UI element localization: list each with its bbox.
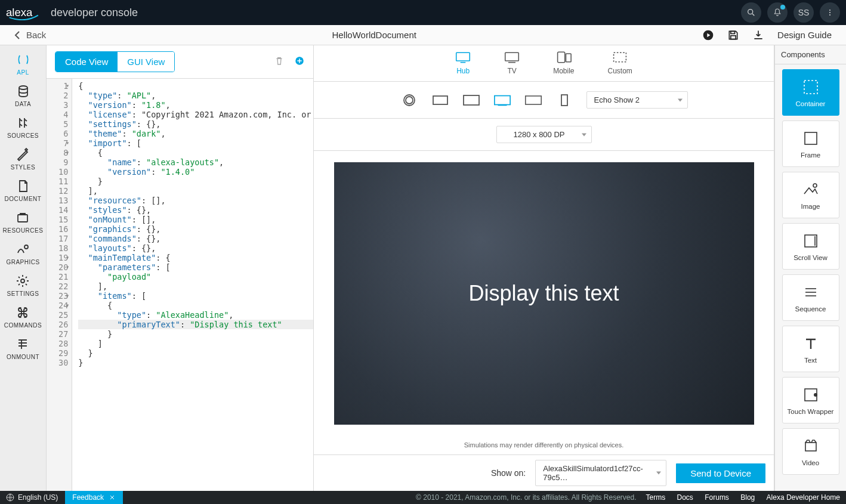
svg-point-11 <box>24 245 28 249</box>
svg-line-2 <box>752 14 754 16</box>
svg-rect-20 <box>614 52 626 62</box>
component-frame[interactable]: Frame <box>782 120 839 167</box>
svg-rect-30 <box>805 132 817 144</box>
footer-link-terms[interactable]: Terms <box>646 493 666 502</box>
svg-point-9 <box>19 86 27 89</box>
nav-apl[interactable]: APL <box>16 52 30 76</box>
send-to-device-button[interactable]: Send to Device <box>676 463 765 483</box>
svg-rect-14 <box>456 52 470 61</box>
svg-point-4 <box>829 12 830 13</box>
gui-view-tab[interactable]: GUI View <box>118 52 174 72</box>
footer-links: Terms Docs Forums Blog Alexa Developer H… <box>637 493 841 502</box>
code-view-tab[interactable]: Code View <box>55 52 118 72</box>
back-button[interactable]: Back <box>14 30 46 40</box>
brand-logo[interactable]: alexa developer console <box>6 5 138 20</box>
more-menu-icon[interactable] <box>820 2 840 23</box>
svg-rect-16 <box>505 52 519 61</box>
svg-rect-23 <box>433 96 447 104</box>
svg-rect-28 <box>561 95 567 106</box>
delete-icon[interactable] <box>274 55 285 68</box>
components-title: Components <box>775 45 846 64</box>
language-selector[interactable]: English (US) <box>6 493 58 502</box>
footer-link-forums[interactable]: Forums <box>705 493 729 502</box>
tab-hub[interactable]: Hub <box>455 51 471 75</box>
device-category-tabs: Hub TV Mobile Custom <box>314 45 774 82</box>
component-sequence[interactable]: Sequence <box>782 274 839 321</box>
nav-onmount[interactable]: ONMOUNT <box>7 337 39 360</box>
svg-rect-18 <box>557 52 564 62</box>
left-sidebar: APL DATA SOURCES STYLES DOCUMENT RESOURC… <box>0 45 47 491</box>
footer-link-docs[interactable]: Docs <box>677 493 693 502</box>
svg-rect-27 <box>525 95 541 104</box>
shape-round-icon[interactable] <box>400 94 418 106</box>
notifications-icon[interactable] <box>767 2 788 23</box>
show-on-label: Show on: <box>491 468 526 478</box>
nav-sources[interactable]: SOURCES <box>7 116 39 139</box>
component-touchwrapper[interactable]: Touch Wrapper <box>782 377 839 423</box>
component-scrollview[interactable]: Scroll View <box>782 223 839 270</box>
svg-text:alexa: alexa <box>6 6 33 18</box>
add-icon[interactable] <box>294 55 305 68</box>
alexa-header: alexa developer console SS <box>0 0 846 25</box>
shape-small-rect-icon[interactable] <box>431 94 449 106</box>
tab-mobile[interactable]: Mobile <box>553 51 574 75</box>
component-image[interactable]: Image <box>782 172 839 218</box>
nav-graphics[interactable]: GRAPHICS <box>6 242 39 265</box>
component-text[interactable]: Text <box>782 326 839 372</box>
component-video[interactable]: Video <box>782 428 839 475</box>
shape-wide-rect-icon[interactable] <box>493 94 511 106</box>
svg-rect-24 <box>464 95 479 105</box>
nav-resources[interactable]: RESOURCES <box>3 211 44 234</box>
device-shape-row: Echo Show 2 <box>314 82 774 119</box>
nav-styles[interactable]: STYLES <box>11 147 35 171</box>
copyright: © 2010 - 2021, Amazon.com, Inc. or its a… <box>416 493 636 502</box>
svg-rect-8 <box>731 35 736 39</box>
save-icon[interactable] <box>727 29 739 41</box>
svg-rect-39 <box>805 443 816 451</box>
device-model-select[interactable]: Echo Show 2 <box>586 91 688 109</box>
footer-bar: English (US) Feedback © 2010 - 2021, Ama… <box>0 491 846 504</box>
shape-tall-rect-icon[interactable] <box>555 94 573 106</box>
svg-rect-29 <box>804 81 817 94</box>
tab-custom[interactable]: Custom <box>608 51 632 75</box>
code-editor[interactable]: 1▾234567▾8▾910111213141516171819▾20▾2122… <box>47 79 313 491</box>
feedback-button[interactable]: Feedback <box>65 491 123 504</box>
page-title: HelloWorldDocument <box>46 30 702 40</box>
tab-tv[interactable]: TV <box>504 51 520 75</box>
play-icon[interactable] <box>702 29 714 41</box>
nav-document[interactable]: DOCUMENT <box>5 179 42 202</box>
editor-panel: Code View GUI View 1▾234567▾8▾9101112131… <box>47 45 314 491</box>
console-title: developer console <box>51 7 138 19</box>
footer-link-blog[interactable]: Blog <box>740 493 755 502</box>
components-panel: Components Container Frame Image Scroll … <box>774 45 846 491</box>
download-icon[interactable] <box>752 29 764 41</box>
svg-point-31 <box>813 184 817 187</box>
nav-data[interactable]: DATA <box>15 84 31 107</box>
nav-settings[interactable]: SETTINGS <box>7 274 39 297</box>
user-avatar[interactable]: SS <box>793 2 814 23</box>
title-bar: Back HelloWorldDocument Design Guide <box>0 25 846 45</box>
svg-point-38 <box>814 393 817 397</box>
svg-rect-10 <box>18 215 27 222</box>
target-device-select[interactable]: AlexaSkillSimulatord1cf27cc-79c5… <box>535 460 666 486</box>
component-container[interactable]: Container <box>782 69 839 116</box>
search-icon[interactable] <box>741 2 761 23</box>
view-switch: Code View GUI View <box>55 51 175 72</box>
footer-link-home[interactable]: Alexa Developer Home <box>767 493 840 502</box>
svg-point-12 <box>21 279 24 283</box>
preview-text: Display this text <box>468 281 619 306</box>
svg-point-5 <box>829 14 830 16</box>
nav-commands[interactable]: COMMANDS <box>4 305 42 329</box>
svg-point-3 <box>829 10 830 11</box>
shape-med-rect-icon[interactable] <box>462 94 480 106</box>
svg-rect-7 <box>731 31 735 33</box>
device-preview: Display this text <box>334 162 754 425</box>
shape-xl-rect-icon[interactable] <box>524 94 542 106</box>
svg-rect-19 <box>566 54 571 62</box>
design-guide-link[interactable]: Design Guide <box>777 30 832 40</box>
back-label: Back <box>26 30 46 40</box>
preview-panel: Hub TV Mobile Custom Echo Show 2 1280 x … <box>314 45 774 491</box>
viewport-select[interactable]: 1280 x 800 DP <box>496 126 592 143</box>
simulation-note: Simulations may render differently on ph… <box>314 435 774 454</box>
svg-point-1 <box>748 10 753 14</box>
